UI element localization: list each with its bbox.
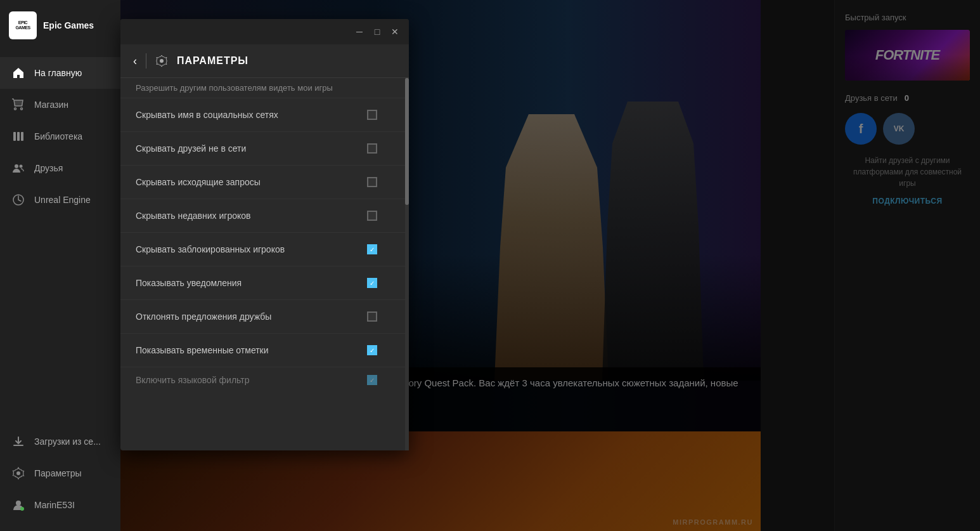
settings-item-hide-offline: Скрывать друзей не в сети: [120, 132, 409, 166]
modal-titlebar: ─ □ ✕: [120, 19, 409, 44]
sidebar-item-downloads[interactable]: Загрузки из се...: [0, 426, 120, 457]
friends-icon: [11, 161, 25, 175]
svg-point-5: [20, 165, 23, 168]
sidebar-item-unreal[interactable]: Unreal Engine: [0, 184, 120, 216]
settings-label-6: Отклонять предложения дружбы: [136, 311, 271, 322]
unreal-icon: [11, 193, 25, 207]
sidebar-item-home-label: На главную: [34, 68, 82, 78]
modal-title: ПАРАМЕТРЫ: [177, 55, 248, 67]
user-icon: [11, 498, 25, 512]
sidebar-bottom: Загрузки из се... Параметры: [0, 426, 120, 531]
sidebar-item-downloads-label: Загрузки из се...: [34, 436, 101, 447]
maximize-icon: □: [375, 27, 380, 37]
library-icon: [11, 129, 25, 143]
settings-item-decline-friends: Отклонять предложения дружбы: [120, 300, 409, 334]
checkbox-hide-recent[interactable]: [367, 211, 377, 221]
close-button[interactable]: ✕: [389, 25, 401, 38]
download-icon: [11, 435, 25, 449]
settings-item-language-filter: Включить языковой фильтр: [120, 367, 409, 393]
scrollbar-thumb[interactable]: [405, 78, 409, 205]
settings-label-2: Скрывать исходящие запросы: [136, 177, 261, 187]
settings-item-hide-recent: Скрывать недавних игроков: [120, 199, 409, 233]
maximize-button[interactable]: □: [371, 25, 384, 38]
settings-label-7: Показывать временные отметки: [136, 345, 269, 355]
checkbox-show-notifications[interactable]: [367, 278, 377, 288]
sidebar-item-library-label: Библиотека: [34, 131, 82, 141]
settings-label-0: Скрывать имя в социальных сетях: [136, 110, 278, 120]
svg-rect-0: [14, 100, 23, 106]
sidebar-item-store[interactable]: Магазин: [0, 89, 120, 121]
checkbox-hide-blocked[interactable]: [367, 244, 377, 254]
sidebar-item-unreal-label: Unreal Engine: [34, 195, 91, 205]
sidebar-item-store-label: Магазин: [34, 100, 68, 110]
sidebar-nav: На главную Магазин Библиотека: [0, 51, 120, 426]
minimize-button[interactable]: ─: [353, 25, 366, 38]
svg-point-4: [15, 164, 18, 168]
svg-point-7: [16, 471, 20, 475]
settings-list: Скрывать имя в социальных сетях Скрывать…: [120, 98, 409, 393]
back-icon: ‹: [133, 55, 137, 67]
back-button[interactable]: ‹: [133, 55, 137, 68]
epic-logo-icon: EPICGAMES: [9, 11, 37, 39]
close-icon: ✕: [391, 27, 399, 37]
sidebar-brand-label: Epic Games: [43, 20, 94, 30]
settings-item-hide-social-name: Скрывать имя в социальных сетях: [120, 98, 409, 132]
sidebar-logo: EPICGAMES Epic Games: [0, 0, 120, 51]
checkbox-language-filter[interactable]: [367, 375, 377, 385]
settings-label-5: Показывать уведомления: [136, 278, 242, 288]
settings-item-show-timestamps: Показывать временные отметки: [120, 334, 409, 367]
settings-item-show-notifications: Показывать уведомления: [120, 266, 409, 300]
header-divider: [146, 53, 146, 69]
settings-item-hide-blocked: Скрывать заблокированных игроков: [120, 233, 409, 266]
settings-label-1: Скрывать друзей не в сети: [136, 143, 246, 154]
modal-content: Разрешить другим пользователям видеть мо…: [120, 78, 409, 450]
checkbox-hide-social-name[interactable]: [367, 110, 377, 120]
checkbox-hide-offline[interactable]: [367, 143, 377, 154]
checkbox-decline-friends[interactable]: [367, 311, 377, 322]
settings-label-8: Включить языковой фильтр: [136, 375, 250, 385]
settings-label-3: Скрывать недавних игроков: [136, 211, 251, 221]
settings-item-hide-outgoing: Скрывать исходящие запросы: [120, 166, 409, 199]
settings-header-icon: [155, 55, 168, 67]
svg-point-10: [160, 59, 164, 63]
settings-partial-item: Разрешить другим пользователям видеть мо…: [120, 78, 409, 98]
sidebar-item-friends-label: Друзья: [34, 163, 63, 173]
sidebar-item-settings-label: Параметры: [34, 468, 82, 478]
home-icon: [11, 66, 25, 80]
settings-modal: ─ □ ✕ ‹ ПАРАМЕТРЫ Разрешить другим польз…: [120, 19, 409, 450]
sidebar-item-profile[interactable]: MarinE53I: [0, 489, 120, 521]
minimize-icon: ─: [356, 27, 363, 37]
svg-rect-3: [21, 132, 23, 141]
svg-point-9: [20, 507, 24, 511]
checkbox-hide-outgoing[interactable]: [367, 177, 377, 187]
svg-rect-2: [17, 132, 20, 141]
sidebar-item-settings[interactable]: Параметры: [0, 457, 120, 489]
settings-label-4: Скрывать заблокированных игроков: [136, 244, 285, 254]
sidebar-item-friends[interactable]: Друзья: [0, 152, 120, 184]
sidebar-item-home[interactable]: На главную: [0, 57, 120, 89]
svg-point-8: [16, 501, 21, 506]
store-icon: [11, 98, 25, 112]
sidebar: EPICGAMES Epic Games На главную Магазин: [0, 0, 120, 531]
settings-icon: [11, 466, 25, 480]
checkbox-show-timestamps[interactable]: [367, 345, 377, 355]
sidebar-item-profile-label: MarinE53I: [34, 500, 75, 510]
modal-header: ‹ ПАРАМЕТРЫ: [120, 44, 409, 78]
sidebar-item-library[interactable]: Библиотека: [0, 121, 120, 152]
scrollbar-track: [405, 78, 409, 450]
svg-rect-1: [13, 132, 16, 141]
